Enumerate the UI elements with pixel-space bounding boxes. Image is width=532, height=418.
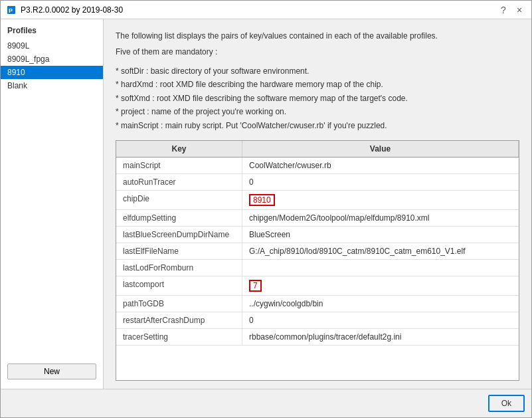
col-header-key: Key <box>116 141 242 157</box>
title-bar: P P3.R2.0.0002 by 2019-08-30 ? × <box>1 1 531 19</box>
mandatory-item-4: * mainScript : main ruby script. Put 'Co… <box>116 119 519 132</box>
sidebar-spacer <box>1 92 103 358</box>
mandatory-item-3: * project : name of the project you're w… <box>116 105 519 118</box>
description-block: The following list displays the pairs of… <box>116 30 519 58</box>
svg-text:P: P <box>9 7 13 14</box>
new-button[interactable]: New <box>7 364 96 379</box>
table-body[interactable]: mainScript CoolWatcher/cwuser.rb autoRun… <box>116 157 519 380</box>
table-row: lastcomport 7 <box>116 276 519 296</box>
cell-key-restartAfterCrashDump: restartAfterCrashDump <box>116 312 242 328</box>
cell-value-lastElfFileName: G:/A_chip/8910/lod/8910C_catm/8910C_catm… <box>242 243 519 259</box>
table-row: elfdumpSetting chipgen/Modem2G/toolpool/… <box>116 210 519 227</box>
title-bar-left: P P3.R2.0.0002 by 2019-08-30 <box>6 5 123 15</box>
ok-button[interactable]: Ok <box>488 395 525 412</box>
lastcomport-highlighted-value: 7 <box>249 280 262 292</box>
table-row: chipDie 8910 <box>116 191 519 210</box>
mandatory-list: * softDir : basic directory of your soft… <box>116 64 519 132</box>
cell-value-chipDie: 8910 <box>242 191 519 209</box>
cell-value-lastBlueScreen: BlueScreen <box>242 227 519 243</box>
table-header: Key Value <box>116 141 519 157</box>
description-mandatory: Five of them are mandatory : <box>116 46 519 58</box>
sidebar-item-8909L[interactable]: 8909L <box>1 39 103 52</box>
content-area: Profiles 8909L 8909L_fpga 8910 Blank New… <box>1 19 531 389</box>
help-button[interactable]: ? <box>497 3 510 17</box>
table-row: tracerSetting rbbase/common/plugins/trac… <box>116 329 519 346</box>
sidebar-title: Profiles <box>1 23 103 39</box>
table-row: autoRunTracer 0 <box>116 174 519 191</box>
cell-key-pathToGDB: pathToGDB <box>116 296 242 312</box>
description-line1: The following list displays the pairs of… <box>116 30 519 42</box>
table-row: lastElfFileName G:/A_chip/8910/lod/8910C… <box>116 243 519 260</box>
table-row: pathToGDB ../cygwin/coolgdb/bin <box>116 296 519 312</box>
cell-value-lastcomport: 7 <box>242 276 519 295</box>
cell-value-restartAfterCrashDump: 0 <box>242 312 519 328</box>
mandatory-item-1: * hardXmd : root XMD file describing the… <box>116 78 519 91</box>
footer-bar: Ok <box>1 389 531 417</box>
cell-key-elfdumpSetting: elfdumpSetting <box>116 210 242 226</box>
cell-key-tracerSetting: tracerSetting <box>116 329 242 345</box>
chipdie-highlighted-value: 8910 <box>249 194 275 206</box>
app-icon: P <box>6 5 17 15</box>
main-window: P P3.R2.0.0002 by 2019-08-30 ? × Profile… <box>0 0 532 418</box>
cell-key-autoRunTracer: autoRunTracer <box>116 174 242 190</box>
cell-key-mainScript: mainScript <box>116 157 242 173</box>
close-button[interactable]: × <box>513 3 526 17</box>
sidebar: Profiles 8909L 8909L_fpga 8910 Blank New <box>1 19 104 389</box>
mandatory-item-0: * softDir : basic directory of your soft… <box>116 64 519 78</box>
cell-key-chipDie: chipDie <box>116 191 242 209</box>
cell-value-pathToGDB: ../cygwin/coolgdb/bin <box>242 296 519 312</box>
cell-key-lastBlueScreen: lastBlueScreenDumpDirName <box>116 227 242 243</box>
window-title: P3.R2.0.0002 by 2019-08-30 <box>21 5 123 15</box>
title-bar-controls: ? × <box>497 3 526 17</box>
table-row: lastLodForRomburn <box>116 260 519 276</box>
mandatory-item-2: * softXmd : root XMD file describing the… <box>116 92 519 105</box>
cell-value-mainScript: CoolWatcher/cwuser.rb <box>242 157 519 173</box>
cell-key-lastElfFileName: lastElfFileName <box>116 243 242 259</box>
cell-value-tracerSetting: rbbase/common/plugins/tracer/default2g.i… <box>242 329 519 345</box>
cell-value-autoRunTracer: 0 <box>242 174 519 190</box>
table-row: mainScript CoolWatcher/cwuser.rb <box>116 157 519 174</box>
main-content: The following list displays the pairs of… <box>104 19 531 389</box>
cell-key-lastcomport: lastcomport <box>116 276 242 295</box>
sidebar-item-8909L-fpga[interactable]: 8909L_fpga <box>1 52 103 66</box>
cell-key-lastLodForRomburn: lastLodForRomburn <box>116 260 242 276</box>
cell-value-lastLodForRomburn <box>242 260 519 276</box>
sidebar-item-blank[interactable]: Blank <box>1 79 103 92</box>
cell-value-elfdumpSetting: chipgen/Modem2G/toolpool/map/elfdump/891… <box>242 210 519 226</box>
col-header-value: Value <box>242 141 519 157</box>
table-row: lastBlueScreenDumpDirName BlueScreen <box>116 227 519 243</box>
profiles-table: Key Value mainScript CoolWatcher/cwuser.… <box>116 140 519 381</box>
table-row: restartAfterCrashDump 0 <box>116 312 519 329</box>
sidebar-item-8910[interactable]: 8910 <box>1 66 103 79</box>
